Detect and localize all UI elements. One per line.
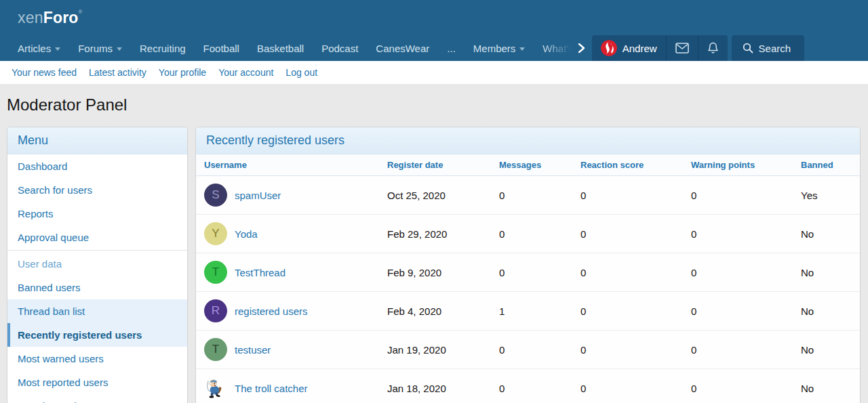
- avatar[interactable]: Y: [204, 222, 227, 245]
- main-navbar: Articles Forums Recruiting Football Bask…: [0, 35, 868, 61]
- logo-trademark: ®: [79, 9, 83, 15]
- username-link[interactable]: Yoda: [235, 228, 258, 240]
- subnav-your-account[interactable]: Your account: [212, 67, 279, 78]
- nav-item-articles[interactable]: Articles: [9, 35, 69, 61]
- table-panel-title: Recently registered users: [196, 127, 860, 154]
- table-row: T TestThread Feb 9, 2020 0 0 0 No: [196, 253, 860, 292]
- logo-part-xen: xen: [18, 9, 43, 26]
- warning-points-cell: 0: [691, 305, 801, 317]
- col-header-reaction-score[interactable]: Reaction score: [580, 160, 691, 170]
- search-button-label: Search: [759, 43, 791, 54]
- account-menu-button[interactable]: Andrew: [592, 35, 666, 61]
- reaction-score-cell: 0: [580, 228, 691, 240]
- avatar[interactable]: S: [204, 184, 227, 207]
- banned-cell: No: [801, 267, 860, 278]
- warning-points-cell: 0: [691, 228, 801, 240]
- register-date-cell: Feb 29, 2020: [387, 228, 499, 240]
- nav-item-caneswear[interactable]: CanesWear: [367, 35, 438, 61]
- sidebar-item-dashboard[interactable]: Dashboard: [7, 154, 187, 178]
- subnav-your-profile[interactable]: Your profile: [153, 67, 212, 78]
- messages-cell: 0: [499, 190, 580, 201]
- subnav-latest-activity[interactable]: Latest activity: [83, 67, 153, 78]
- avatar[interactable]: R: [204, 299, 227, 322]
- sidebar-item-most-warned-users[interactable]: Most warned users: [7, 347, 187, 370]
- nav-item-label: Podcast: [321, 43, 358, 54]
- username-link[interactable]: registered users: [235, 305, 308, 317]
- warning-points-cell: 0: [691, 267, 801, 278]
- register-date-cell: Oct 25, 2020: [387, 190, 499, 201]
- table-row: Y Yoda Feb 29, 2020 0 0 0 No: [196, 215, 860, 253]
- menu-list: Dashboard Search for users Reports Appro…: [7, 154, 187, 403]
- chevron-down-icon: [117, 47, 122, 51]
- table-header-row: Username Register date Messages Reaction…: [196, 154, 860, 176]
- sidebar-item-banned-users[interactable]: Banned users: [7, 276, 187, 299]
- nav-item-label: Basketball: [257, 43, 304, 54]
- sidebar-item-approval-queue[interactable]: Approval queue: [7, 226, 187, 249]
- nav-item-forums[interactable]: Forums: [69, 35, 131, 61]
- sidebar-item-recently-registered-users[interactable]: Recently registered users: [7, 323, 187, 347]
- subnav-log-out[interactable]: Log out: [279, 67, 323, 78]
- sidebar-item-most-ignored-users[interactable]: Most ignored users: [7, 394, 187, 403]
- register-date-cell: Feb 4, 2020: [387, 305, 499, 317]
- col-header-messages[interactable]: Messages: [499, 160, 580, 170]
- username-link[interactable]: The troll catcher: [235, 383, 308, 394]
- moderator-menu-panel: Menu Dashboard Search for users Reports …: [7, 127, 188, 403]
- nav-item-label: Forums: [78, 43, 113, 54]
- col-header-username[interactable]: Username: [204, 160, 387, 170]
- nav-item-podcast[interactable]: Podcast: [313, 35, 367, 61]
- top-header: xenForo® Articles Forums Recruiting Foot…: [0, 0, 868, 61]
- logo-part-foro: Foro: [43, 9, 79, 26]
- reaction-score-cell: 0: [580, 267, 691, 278]
- subnav-your-news-feed[interactable]: Your news feed: [5, 67, 83, 78]
- menu-panel-title: Menu: [7, 127, 187, 154]
- nav-item-recruiting[interactable]: Recruiting: [131, 35, 195, 61]
- col-header-warning-points[interactable]: Warning points: [691, 160, 801, 170]
- avatar[interactable]: T: [204, 261, 227, 284]
- avatar[interactable]: T: [204, 338, 227, 361]
- nav-item-whats-new[interactable]: What's: [534, 35, 573, 61]
- banned-cell: Yes: [801, 190, 860, 201]
- col-header-register-date[interactable]: Register date: [387, 160, 499, 170]
- warning-points-cell: 0: [691, 383, 801, 394]
- site-logo[interactable]: xenForo®: [18, 9, 83, 27]
- two-column-layout: Menu Dashboard Search for users Reports …: [7, 127, 861, 403]
- reaction-score-cell: 0: [580, 305, 691, 317]
- sidebar-item-most-reported-users[interactable]: Most reported users: [7, 370, 187, 394]
- table-row: S spamUser Oct 25, 2020 0 0 0 Yes: [196, 176, 860, 215]
- nav-item-members[interactable]: Members: [465, 35, 534, 61]
- nav-item-label: Articles: [18, 43, 51, 54]
- conversations-button[interactable]: [666, 35, 698, 61]
- sidebar-item-thread-ban-list[interactable]: Thread ban list: [7, 299, 187, 323]
- mail-icon: [675, 43, 689, 54]
- search-icon: [743, 43, 753, 54]
- table-row: The troll catcher Jan 18, 2020 0 0 0 No: [196, 369, 860, 403]
- username-link[interactable]: TestThread: [235, 267, 285, 278]
- avatar-troll-catcher-image[interactable]: [204, 377, 227, 400]
- chevron-down-icon: [519, 47, 525, 51]
- banned-cell: No: [801, 228, 860, 240]
- nav-right-cluster: Andrew Search: [575, 35, 804, 61]
- username-link[interactable]: testuser: [235, 344, 271, 356]
- alerts-button[interactable]: [698, 35, 728, 61]
- banned-cell: No: [801, 344, 860, 356]
- banned-cell: No: [801, 305, 860, 317]
- page-content: Moderator Panel Menu Dashboard Search fo…: [0, 84, 868, 403]
- register-date-cell: Jan 18, 2020: [387, 383, 499, 394]
- messages-cell: 0: [499, 383, 580, 394]
- username-link[interactable]: spamUser: [235, 190, 281, 201]
- nav-item-label: ...: [447, 43, 456, 54]
- col-header-banned[interactable]: Banned: [801, 160, 860, 170]
- messages-cell: 0: [499, 267, 580, 278]
- nav-item-football[interactable]: Football: [195, 35, 248, 61]
- table-row: T testuser Jan 19, 2020 0 0 0 No: [196, 331, 860, 369]
- messages-cell: 0: [499, 344, 580, 356]
- table-row: R registered users Feb 4, 2020 1 0 0 No: [196, 292, 860, 331]
- sidebar-item-search-for-users[interactable]: Search for users: [7, 178, 187, 202]
- sidebar-item-reports[interactable]: Reports: [7, 202, 187, 226]
- warning-points-cell: 0: [691, 344, 801, 356]
- page-title: Moderator Panel: [7, 84, 861, 127]
- search-button[interactable]: Search: [732, 35, 805, 61]
- nav-scroll-chevron-icon[interactable]: [575, 35, 592, 61]
- nav-item-basketball[interactable]: Basketball: [248, 35, 313, 61]
- nav-item-more[interactable]: ...: [438, 35, 465, 61]
